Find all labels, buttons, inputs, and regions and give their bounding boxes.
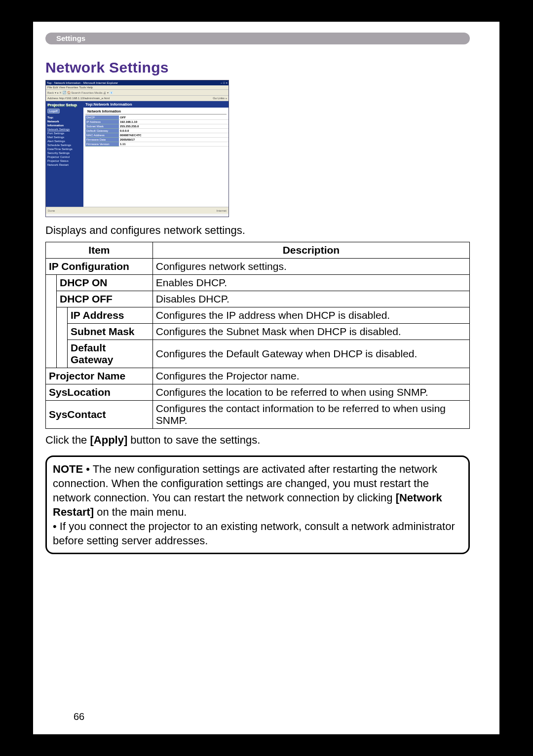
- embedded-screenshot: Top : Network Information - Microsoft In…: [45, 80, 229, 217]
- note-paragraph: NOTE • The new configuration settings ar…: [53, 462, 462, 519]
- toolbar: Back ▾ ▸ ✕ 🔄 🏠 Search Favorites Media 🖨 …: [46, 90, 228, 96]
- desc-cell: Configures the Default Gateway when DHCP…: [152, 340, 469, 368]
- window-controls: − □ ×: [221, 81, 228, 84]
- page-number: 66: [74, 711, 84, 722]
- desc-cell: Configures the Projector name.: [152, 368, 469, 384]
- sidebar-item[interactable]: Top:: [47, 116, 82, 119]
- note-label: NOTE: [53, 463, 83, 475]
- sidebar-item[interactable]: Port Settings: [47, 132, 82, 135]
- sidebar-title: Projector Setup: [47, 103, 82, 107]
- description-table: Item Description IP Configuration Config…: [45, 242, 470, 429]
- sidebar: Projector Setup Logoff Top: Network Info…: [46, 101, 83, 207]
- panel-subtitle: Network Information: [85, 108, 227, 114]
- sidebar-item[interactable]: Network Settings: [47, 128, 82, 131]
- sidebar-item[interactable]: Mail Settings: [47, 136, 82, 139]
- item-cell: DHCP OFF: [57, 291, 153, 307]
- desc-cell: Configures the Subnet Mask when DHCP is …: [152, 324, 469, 340]
- note-box: NOTE • The new configuration settings ar…: [45, 455, 470, 554]
- item-cell: Default Gateway: [68, 340, 153, 368]
- sidebar-item[interactable]: Network Restart: [47, 163, 82, 166]
- th-item: Item: [46, 242, 153, 259]
- desc-cell: Enables DHCP.: [152, 275, 469, 291]
- manual-page: Settings Network Settings Top : Network …: [33, 22, 499, 734]
- panel-title: Top:Network Information: [83, 101, 228, 108]
- item-cell: Subnet Mask: [68, 324, 153, 340]
- info-table: DHCPOFF IP Address192.168.1.10 Subnet Ma…: [85, 115, 228, 147]
- window-titlebar: Top : Network Information - Microsoft In…: [46, 80, 228, 85]
- item-cell: SysContact: [46, 401, 153, 429]
- desc-cell: Disables DHCP.: [152, 291, 469, 307]
- desc-cell: Configures the location to be referred t…: [152, 384, 469, 401]
- sidebar-item[interactable]: Projector Status: [47, 159, 82, 162]
- sidebar-item[interactable]: Security Settings: [47, 151, 82, 154]
- section-banner: Settings: [45, 33, 470, 44]
- item-cell: SysLocation: [46, 384, 153, 401]
- item-cell: IP Configuration: [46, 259, 153, 275]
- sidebar-item[interactable]: Information: [47, 124, 82, 127]
- sidebar-item[interactable]: Date/Time Settings: [47, 148, 82, 151]
- sidebar-item[interactable]: Projector Control: [47, 155, 82, 158]
- address-bar: Address http://192.168.1.10/admin/main_e…: [46, 96, 228, 101]
- desc-cell: Configures the IP address when DHCP is d…: [152, 307, 469, 324]
- desc-cell: Configures the contact information to be…: [152, 401, 469, 429]
- item-cell: IP Address: [68, 307, 153, 324]
- logout-button[interactable]: Logoff: [47, 109, 60, 113]
- desc-cell: Configures network settings.: [152, 259, 469, 275]
- note-paragraph: • If you connect the projector to an exi…: [53, 519, 462, 548]
- main-panel: Top:Network Information Network Informat…: [83, 101, 228, 207]
- sidebar-item[interactable]: Network: [47, 120, 82, 123]
- item-cell: DHCP ON: [57, 275, 153, 291]
- sidebar-item[interactable]: Schedule Settings: [47, 144, 82, 147]
- intro-text: Displays and configures network settings…: [45, 224, 470, 237]
- status-bar: Done Internet: [46, 207, 228, 214]
- menubar: File Edit View Favorites Tools Help: [46, 85, 228, 90]
- indent-cell: [46, 275, 57, 368]
- window-title: Top : Network Information - Microsoft In…: [47, 81, 118, 84]
- th-description: Description: [152, 242, 469, 259]
- instruction-text: Click the [Apply] button to save the set…: [45, 434, 470, 447]
- indent-cell: [57, 307, 68, 368]
- sidebar-item[interactable]: Alert Settings: [47, 140, 82, 143]
- item-cell: Projector Name: [46, 368, 153, 384]
- page-title: Network Settings: [45, 59, 470, 76]
